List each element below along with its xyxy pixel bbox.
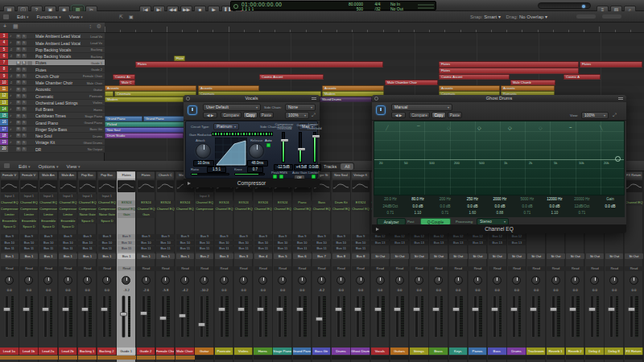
fader-cap[interactable] <box>608 307 615 311</box>
fader-cap[interactable] <box>335 307 342 311</box>
bell-band-icon[interactable]: ◇ <box>447 125 451 130</box>
send-slot[interactable]: Bus 13 <box>449 241 468 246</box>
channel-strip[interactable]: Male AmInput 1Channel EQCompressorLimite… <box>59 171 78 362</box>
strip-label[interactable]: Drums <box>507 348 526 355</box>
region[interactable]: Acoustic <box>439 85 500 91</box>
mute-button[interactable]: M <box>16 147 21 151</box>
track-row[interactable]: 5♫MSPop Backing VocalsBacking <box>0 47 105 53</box>
fader-cap[interactable] <box>42 307 49 311</box>
region[interactable]: Acoustic <box>105 85 196 91</box>
send-slot[interactable]: Bus 10 <box>78 241 97 246</box>
channel-strip[interactable]: Grand PiPianoChannel EQBus 9Bus 10Bus 11… <box>293 171 312 362</box>
plugin-slot[interactable]: Channel EQ <box>332 207 351 212</box>
output-slot[interactable]: Bus 3 <box>234 253 253 259</box>
mute-button[interactable]: M <box>16 41 21 45</box>
send-slot[interactable]: Bus 10 <box>352 241 370 246</box>
send-slot[interactable]: Bus 9 <box>118 234 136 240</box>
zoom-tool-icon[interactable]: ⇱ <box>119 14 123 19</box>
track-row[interactable]: 16♪MSGrand PianoGrand Piano <box>0 119 105 125</box>
pan-knob[interactable] <box>336 276 345 285</box>
fader-cap[interactable] <box>316 317 323 321</box>
send-slot[interactable]: Bus 11 <box>352 246 370 252</box>
mute-button[interactable]: M <box>16 94 21 98</box>
mute-button[interactable]: M <box>16 35 21 39</box>
ratio-value[interactable]: 1.5:1 <box>207 167 226 173</box>
input-slot[interactable]: Input 1 <box>1 194 19 200</box>
strip-label[interactable]: Stage Piano <box>273 348 292 355</box>
solo-button[interactable]: S <box>22 101 27 105</box>
pan-knob[interactable] <box>122 276 130 285</box>
fader-cap[interactable] <box>588 307 596 311</box>
region[interactable]: Flutes <box>135 61 383 68</box>
mute-button[interactable]: M <box>16 121 21 125</box>
send-slot[interactable]: Bus 11 <box>39 246 58 252</box>
automation-mode-button[interactable]: Read <box>352 266 370 271</box>
fader-cap[interactable] <box>530 307 537 311</box>
fader-cap[interactable] <box>472 307 479 311</box>
automation-mode-button[interactable]: Read <box>118 266 136 271</box>
band-gain[interactable]: 0.0 dB <box>431 204 459 211</box>
pan-knob[interactable] <box>571 276 580 285</box>
send-slot[interactable]: Bus 12 <box>430 234 448 240</box>
solo-button[interactable]: S <box>22 141 27 145</box>
channel-strip[interactable]: Neo SoulDrum KitChannel EQBus 9Bus 10Bus… <box>332 171 351 362</box>
strip-label[interactable]: Violins <box>234 348 254 355</box>
pan-knob[interactable] <box>551 276 560 285</box>
track-row[interactable]: 19♪MSVintage KitGhost Drums <box>0 139 105 146</box>
band-q[interactable]: 0.71 <box>431 210 459 217</box>
pan-knob[interactable] <box>200 276 208 285</box>
fader-cap[interactable] <box>628 307 635 311</box>
preset-dropdown[interactable]: User Default▾ <box>203 104 261 111</box>
automation-mode-button[interactable]: Read <box>176 266 195 271</box>
send-slot[interactable]: Bus 12 <box>489 234 507 240</box>
track-row[interactable]: 4♪MSMale Ambient Lead VocalLead Vo <box>0 39 105 46</box>
automation-mode-button[interactable]: Read <box>332 266 351 271</box>
band-gain[interactable]: 12dB/Oct <box>568 204 596 211</box>
plugin-slot[interactable]: Channel EQ <box>59 200 77 206</box>
track-row[interactable]: 9♫MSChurch ChoirFemale Choir <box>0 73 105 80</box>
channel-strip[interactable]: Church CEXS24Channel EQBus 9Bus 10Bus 11… <box>156 171 175 362</box>
send-slot[interactable]: Bus 9 <box>215 234 233 240</box>
plugin-slot[interactable]: Bass <box>312 200 331 206</box>
close-icon[interactable] <box>374 97 378 101</box>
bell-band-icon[interactable]: ◇ <box>539 125 543 130</box>
copy-button[interactable]: Copy <box>431 112 446 118</box>
plugin-slot[interactable]: Channel EQ <box>312 207 331 212</box>
plugin-slot[interactable]: Channel EQ <box>137 207 155 212</box>
plugin-slot[interactable]: Ensemble <box>20 219 39 224</box>
mute-button[interactable]: M <box>16 101 21 105</box>
solo-button[interactable]: S <box>22 127 27 131</box>
pan-knob[interactable] <box>220 276 229 285</box>
send-slot[interactable]: Bus 12 <box>469 234 487 240</box>
send-slot[interactable]: Bus 11 <box>234 246 253 252</box>
output-slot[interactable]: St Out <box>586 253 605 259</box>
fader-cap[interactable] <box>120 312 127 316</box>
output-slot[interactable]: Bus 1 <box>98 253 117 259</box>
eq-band-column[interactable]: 5000 Hz0.0 dB0.71 <box>514 196 541 217</box>
plugin-slot[interactable]: Compressor <box>78 207 97 212</box>
limiter-threshold-slider[interactable] <box>313 132 316 162</box>
band-gain[interactable]: 24dB/Oct <box>377 204 404 211</box>
eq-band-column[interactable]: 20.0 Hz24dB/Oct0.71 <box>377 196 404 217</box>
send-slot[interactable]: Bus 11 <box>332 246 351 252</box>
disclosure-triangle-icon[interactable] <box>188 182 191 185</box>
fader[interactable] <box>273 294 292 339</box>
strip-label[interactable]: Grand Piano <box>293 348 312 355</box>
send-slot[interactable]: Bus 11 <box>118 246 136 252</box>
fader-cap[interactable] <box>550 307 557 311</box>
fader[interactable] <box>605 294 624 339</box>
send-slot[interactable]: Bus 10 <box>234 241 253 246</box>
eq-title-bar[interactable]: Ghost Drums <box>372 95 626 102</box>
attack-knob[interactable] <box>196 143 211 158</box>
track-zoom-icon[interactable]: ↕ <box>89 23 93 29</box>
automation-mode-button[interactable]: Read <box>59 266 77 271</box>
eq-thumbnail-button[interactable] <box>60 180 77 192</box>
highshelf-band-icon[interactable]: ⌢ <box>569 125 572 130</box>
mixer-menu-edit[interactable]: Edit ▾ <box>19 161 31 172</box>
input-slot[interactable]: Input 1 <box>78 194 97 200</box>
input-slot[interactable]: Input 1 <box>39 194 58 200</box>
rms-button[interactable] <box>279 175 283 179</box>
track-row[interactable]: 12♪MSCinematicPizzicato <box>0 93 105 99</box>
send-slot[interactable]: Bus 12 <box>449 234 468 240</box>
automation-mode-button[interactable]: Read <box>1 266 19 271</box>
